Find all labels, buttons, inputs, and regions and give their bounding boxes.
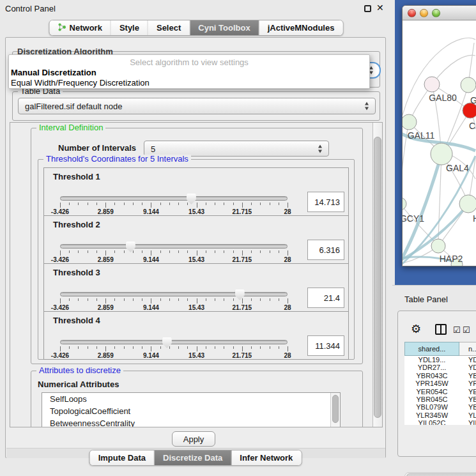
numerical-attributes-list[interactable]: SelfLoops TopologicalCoefficient Between… <box>42 392 341 427</box>
list-item-betweennesscentrality[interactable]: BetweennessCentrality <box>42 417 340 427</box>
slider-track <box>60 244 288 249</box>
slider-tick-label: 15.43 <box>188 352 204 359</box>
table-row[interactable]: YBR043CYBR0 <box>404 372 476 380</box>
network-node[interactable] <box>431 239 445 253</box>
network-node[interactable] <box>424 77 440 92</box>
tab-impute-data[interactable]: Impute Data <box>90 450 155 465</box>
network-node[interactable] <box>403 197 406 210</box>
slider-tick-mark <box>251 298 252 301</box>
list-scrollbar[interactable] <box>330 393 340 427</box>
slider-tick-mark <box>233 203 234 205</box>
slider-tick-mark <box>114 203 115 205</box>
table-scrollbar-thumb[interactable] <box>406 473 476 476</box>
cell-name[interactable]: YLR3 <box>459 411 476 419</box>
popup-option-equal-width[interactable]: Equal Width/Frequency Discretization <box>9 77 369 88</box>
settings-gear-icon[interactable]: ⚙ <box>411 322 421 336</box>
table-row[interactable]: YPR145WYPR1 <box>404 380 476 387</box>
tab-infer-network[interactable]: Infer Network <box>231 450 301 465</box>
network-node[interactable] <box>403 114 417 130</box>
network-node[interactable] <box>431 143 452 165</box>
close-icon[interactable]: ✕ <box>376 3 384 13</box>
tab-jactivemnodules[interactable]: jActiveMNodules <box>259 20 343 35</box>
table-row[interactable]: YLR345WYLR3 <box>404 411 476 419</box>
apply-button[interactable]: Apply <box>172 431 215 447</box>
cell-shared-name[interactable]: YIL052C <box>404 419 459 425</box>
close-traffic-light-icon[interactable] <box>408 9 416 17</box>
cell-shared-name[interactable]: YBR045C <box>404 395 459 403</box>
table-row[interactable]: YDR27...YDR2 <box>404 364 476 371</box>
cytoscape-desktop: GAL80GACGAL11GAL4GCY1HHAP2 <box>395 0 476 285</box>
slider-tick-mark <box>160 298 161 301</box>
cell-name[interactable]: YBR0 <box>459 372 476 380</box>
float-window-icon[interactable] <box>364 5 371 12</box>
minimize-traffic-light-icon[interactable] <box>420 9 428 17</box>
zoom-traffic-light-icon[interactable] <box>432 9 440 17</box>
table-row[interactable]: YIL052CYIL0 <box>404 419 476 425</box>
list-item-selfloops[interactable]: SelfLoops <box>42 393 340 405</box>
cell-name[interactable]: YBL0 <box>459 403 476 411</box>
slider-tick-mark <box>96 346 97 349</box>
cell-name[interactable]: YPR1 <box>459 380 476 387</box>
threshold-4-value-field[interactable]: 11.344 <box>307 335 344 356</box>
table-body[interactable]: YDL19...YDL1YDR27...YDR2YBR043CYBR0YPR14… <box>404 356 476 425</box>
threshold-3-value-field[interactable]: 21.4 <box>307 288 344 308</box>
column-header-shared-name[interactable]: shared... <box>404 342 459 356</box>
slider-tick-mark <box>224 203 224 205</box>
slider-tick-mark <box>251 203 252 205</box>
list-item-topologicalcoefficient[interactable]: TopologicalCoefficient <box>42 405 340 417</box>
slider-tick-mark <box>206 346 206 349</box>
cell-name[interactable]: YDR2 <box>459 364 476 371</box>
tab-discretize-data[interactable]: Discretize Data <box>155 450 231 465</box>
slider-tick-mark <box>69 346 70 349</box>
cell-name[interactable]: YBR0 <box>459 395 476 403</box>
cell-name[interactable]: YIL0 <box>459 419 476 425</box>
tab-cyni-toolbox[interactable]: Cyni Toolbox <box>190 20 259 35</box>
checkbox-checked-icon[interactable]: ☑ <box>453 325 461 335</box>
tab-label: Network <box>70 23 102 33</box>
table-row[interactable]: YBL079WYBL0 <box>404 403 476 411</box>
column-header-name[interactable]: n... <box>459 342 476 356</box>
threshold-4-slider[interactable]: -3.4262.8599.14415.4321.71528 <box>60 337 288 359</box>
slider-tick-mark <box>288 250 288 256</box>
cell-shared-name[interactable]: YDL19... <box>404 356 459 364</box>
network-window-titlebar[interactable] <box>403 6 476 20</box>
table-horizontal-scrollbar[interactable] <box>404 472 476 476</box>
table-row[interactable]: YDL19...YDL1 <box>404 356 476 364</box>
tab-select[interactable]: Select <box>148 20 190 35</box>
checkbox-checked-icon[interactable]: ☑ <box>463 325 470 335</box>
slider-tick-mark <box>114 346 115 349</box>
slider-tick-mark <box>260 346 261 349</box>
popup-option-manual-discretization[interactable]: Manual Discretization <box>9 67 369 77</box>
table-data-combobox[interactable]: galFiltered.sif default node <box>18 98 376 114</box>
network-edge[interactable] <box>403 38 475 115</box>
settings-scrollbar[interactable] <box>372 123 382 427</box>
network-node[interactable] <box>461 77 476 93</box>
cell-shared-name[interactable]: YBR043C <box>404 372 459 380</box>
threshold-2-slider[interactable]: -3.4262.8599.14415.4321.71528 <box>60 242 288 263</box>
split-columns-icon[interactable] <box>435 324 447 335</box>
cell-shared-name[interactable]: YPR145W <box>404 380 459 387</box>
network-node[interactable] <box>459 195 476 213</box>
slider-tick-mark <box>233 250 234 253</box>
network-view-window[interactable]: GAL80GACGAL11GAL4GCY1HHAP2 <box>402 5 476 266</box>
cell-shared-name[interactable]: YLR345W <box>404 411 459 419</box>
cell-shared-name[interactable]: YER054C <box>404 388 459 395</box>
cell-shared-name[interactable]: YDR27... <box>404 364 459 371</box>
cell-name[interactable]: YER0 <box>459 388 476 395</box>
settings-scrollbar-thumb[interactable] <box>374 137 381 418</box>
threshold-1-slider[interactable]: -3.4262.8599.14415.4321.71528 <box>60 194 288 215</box>
tab-style[interactable]: Style <box>111 20 148 35</box>
list-scrollbar-thumb[interactable] <box>332 395 339 423</box>
cell-shared-name[interactable]: YBL079W <box>404 403 459 411</box>
cell-name[interactable]: YDL1 <box>459 356 476 364</box>
slider-tick-mark <box>60 203 61 208</box>
threshold-3-slider[interactable]: -3.4262.8599.14415.4321.71528 <box>60 289 288 311</box>
slider-tick-label: 28 <box>284 208 291 215</box>
network-canvas[interactable]: GAL80GACGAL11GAL4GCY1HHAP2 <box>403 20 476 266</box>
control-panel-window: Control Panel ✕ Network Style Select Cyn… <box>0 0 392 476</box>
threshold-1-value-field[interactable]: 14.713 <box>307 192 344 212</box>
threshold-2-value-field[interactable]: 6.316 <box>307 240 344 260</box>
table-row[interactable]: YER054CYER0 <box>404 388 476 395</box>
table-row[interactable]: YBR045CYBR0 <box>404 395 476 403</box>
tab-network[interactable]: Network <box>50 20 111 35</box>
